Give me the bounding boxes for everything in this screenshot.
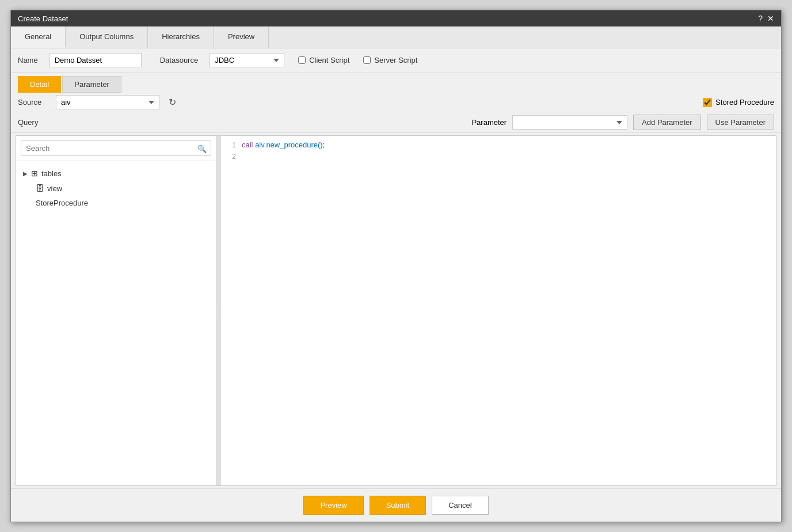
query-param-row: Query Parameter Add Parameter Use Parame… [11,112,781,133]
title-bar-icons: ? ✕ [758,14,774,23]
datasource-label: Datasource [160,56,198,64]
parameter-select[interactable] [512,115,627,130]
name-label: Name [18,56,38,64]
table-icon: ⊞ [31,169,38,178]
close-button[interactable]: ✕ [767,14,774,23]
tab-preview[interactable]: Preview [214,26,269,48]
sub-tab-detail[interactable]: Detail [18,76,61,93]
datasource-select[interactable]: JDBC [210,53,284,67]
search-wrapper: 🔍 [16,136,216,161]
preview-button[interactable]: Preview [303,496,363,515]
server-script-group: Server Script [363,56,417,64]
semicolon: ; [323,140,325,149]
stored-procedure-checkbox[interactable] [703,98,712,107]
stored-procedure-label: Stored Procedure [715,98,774,107]
tree-list: ▶ ⊞ tables 🗄 view StoreProcedure [16,161,216,485]
cancel-button[interactable]: Cancel [432,496,488,515]
code-line-1: 1 call aiv.new_procedure(); [221,140,776,152]
refresh-button[interactable]: ↻ [169,97,176,108]
sub-tab-parameter[interactable]: Parameter [62,76,121,93]
tab-output-columns[interactable]: Output Columns [66,26,148,48]
main-tabs: General Output Columns Hierarchies Previ… [11,26,781,48]
search-icon: 🔍 [197,144,207,153]
tab-general[interactable]: General [11,26,66,48]
tree-item-storeprocedure[interactable]: StoreProcedure [16,196,216,210]
add-parameter-button[interactable]: Add Parameter [633,115,700,130]
param-controls: Parameter Add Parameter Use Parameter [471,115,774,130]
line-content-1: call aiv.new_procedure(); [242,140,776,149]
parameter-label: Parameter [471,118,507,127]
submit-button[interactable]: Submit [370,496,426,515]
function-name: aiv.new_procedure() [255,140,323,149]
server-script-checkbox[interactable] [363,56,371,64]
source-row: Source aiv ↻ Stored Procedure [11,93,781,112]
source-label: Source [18,98,47,107]
content-area: Source aiv ↻ Stored Procedure Query Para… [11,93,781,488]
left-panel: 🔍 ▶ ⊞ tables 🗄 view [16,136,216,485]
line-number-1: 1 [221,140,242,149]
main-split: 🔍 ▶ ⊞ tables 🗄 view [16,135,776,486]
keyword-call: call [242,140,255,149]
divider-handle[interactable]: · · · · · · · [216,136,221,485]
footer: Preview Submit Cancel [11,488,781,522]
dialog-title: Create Dataset [18,14,68,23]
create-dataset-dialog: Create Dataset ? ✕ General Output Column… [10,10,782,522]
code-line-2: 2 [221,152,776,164]
source-select[interactable]: aiv [56,95,159,109]
name-input[interactable] [50,53,142,67]
chevron-right-icon: ▶ [23,170,28,177]
tree-item-tables[interactable]: ▶ ⊞ tables [16,166,216,181]
search-box-container: 🔍 [21,140,211,156]
client-script-group: Client Script [298,56,349,64]
client-script-label: Client Script [309,56,349,64]
use-parameter-button[interactable]: Use Parameter [707,115,774,130]
view-icon: 🗄 [36,184,44,193]
title-bar: Create Dataset ? ✕ [11,10,781,26]
tree-item-storeprocedure-label: StoreProcedure [36,199,88,207]
sub-tabs: Detail Parameter [11,73,781,93]
stored-procedure-group: Stored Procedure [703,98,774,107]
server-script-label: Server Script [374,56,417,64]
tree-item-view[interactable]: 🗄 view [16,181,216,196]
line-number-2: 2 [221,152,242,161]
client-script-checkbox[interactable] [298,56,306,64]
help-button[interactable]: ? [758,14,763,23]
tree-item-tables-label: tables [41,169,62,178]
header-row: Name Datasource JDBC Client Script Serve… [11,48,781,73]
tree-item-view-label: view [47,184,62,193]
search-input[interactable] [21,140,211,156]
code-editor-panel: 1 call aiv.new_procedure(); 2 [221,136,776,485]
code-editor[interactable]: 1 call aiv.new_procedure(); 2 [221,136,776,485]
tab-hierarchies[interactable]: Hierarchies [148,26,214,48]
query-label: Query [18,118,47,127]
